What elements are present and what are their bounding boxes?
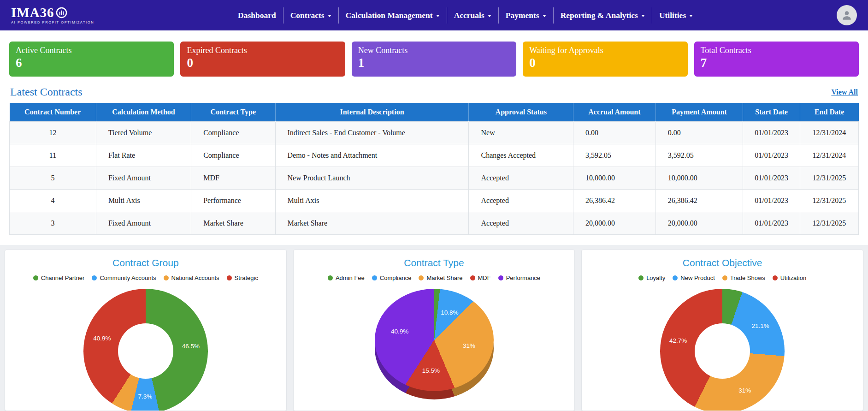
slice-label: 42.7% [669,337,687,344]
stat-card-waiting-for-approvals: Waiting for Approvals0 [523,42,687,77]
table-cell: 12/31/2025 [800,212,858,234]
legend-label: Admin Fee [336,274,365,281]
table-cell: Compliance [191,121,275,144]
nav-item-calculation-management[interactable]: Calculation Management [338,7,447,24]
table-row[interactable]: 11Flat RateComplianceDemo - Notes and At… [10,144,859,167]
table-cell: Multi Axis [275,189,469,212]
stats-row: Active Contracts6Expired Contracts0New C… [0,30,868,80]
legend-dot [33,275,38,280]
legend-item-new-product[interactable]: New Product [673,274,714,281]
table-cell: 4 [10,189,96,212]
table-row[interactable]: 12Tiered VolumeComplianceIndirect Sales … [10,121,859,144]
nav-item-reporting-analytics[interactable]: Reporting & Analytics [553,7,652,24]
legend-item-trade-shows[interactable]: Trade Shows [722,274,765,281]
legend-label: Compliance [380,274,412,281]
legend-item-performance[interactable]: Performance [498,274,540,281]
view-all-link[interactable]: View All [831,88,858,96]
table-cell: 0.00 [573,121,656,144]
stat-card-new-contracts: New Contracts1 [352,42,516,77]
stat-label: Total Contracts [701,46,852,55]
legend-item-national-accounts[interactable]: National Accounts [164,274,219,281]
legend-item-admin-fee[interactable]: Admin Fee [328,274,365,281]
legend-item-compliance[interactable]: Compliance [372,274,412,281]
legend-item-utilization[interactable]: Utilization [773,274,806,281]
table-cell: 12 [10,121,96,144]
table-row[interactable]: 5Fixed AmountMDFNew Product LaunchAccept… [10,167,859,189]
table-cell: 5 [10,167,96,189]
stat-value: 6 [16,57,167,69]
table-cell: 26,386.42 [573,189,656,212]
legend-item-mdf[interactable]: MDF [470,274,491,281]
table-cell: Fixed Amount [96,167,191,189]
brand-bar-chart-circle-icon [56,7,67,18]
chevron-down-icon [689,15,693,17]
table-cell: 01/01/2023 [743,189,800,212]
table-cell: Performance [191,189,275,212]
table-row[interactable]: 3Fixed AmountMarket ShareMarket ShareAcc… [10,212,859,234]
table-cell: Compliance [191,144,275,167]
table-row[interactable]: 4Multi AxisPerformanceMulti AxisAccepted… [10,189,859,212]
legend-item-community-accounts[interactable]: Community Accounts [92,274,156,281]
donut-hole [695,323,750,379]
contracts-table: Contract NumberCalculation MethodContrac… [9,103,859,235]
chevron-down-icon [328,15,331,17]
legend-item-channel-partner[interactable]: Channel Partner [33,274,85,281]
slice-label: 21.1% [751,322,769,329]
person-icon [841,9,853,21]
table-cell: 20,000.00 [655,212,743,234]
nav-item-dashboard[interactable]: Dashboard [231,7,283,24]
legend-dot [773,275,778,280]
nav-item-label: Accruals [454,11,484,20]
nav-item-label: Payments [506,11,539,20]
legend-label: Loyalty [646,274,665,281]
nav-item-label: Reporting & Analytics [561,11,638,20]
nav-item-utilities[interactable]: Utilities [652,7,700,24]
chart-card-contract-objective: Contract Objective LoyaltyNew ProductTra… [581,250,863,411]
brand-logo[interactable]: IMA36 AI POWERED PROFIT OPTIMIZATION [11,6,94,24]
legend-dot [498,275,503,280]
chart-canvas: 46.5%7.3%40.9% [83,289,208,411]
table-body: 12Tiered VolumeComplianceIndirect Sales … [10,121,859,234]
legend-dot [419,275,424,280]
legend-item-strategic[interactable]: Strategic [227,274,258,281]
nav-item-label: Contracts [290,11,325,20]
donut-hole [118,323,173,379]
table-cell: Flat Rate [96,144,191,167]
table-cell: New [469,121,573,144]
legend-item-loyalty[interactable]: Loyalty [638,274,665,281]
table-cell: 01/01/2023 [743,144,800,167]
legend-label: National Accounts [171,274,219,281]
column-header-end-date: End Date [800,103,858,121]
nav-menu: DashboardContractsCalculation Management… [231,7,700,24]
table-cell: Demo - Notes and Attachment [275,144,469,167]
slice-label: 46.5% [182,342,200,349]
column-header-internal-description: Internal Description [275,103,469,121]
table-cell: Market Share [191,212,275,234]
chevron-down-icon [436,15,440,17]
nav-item-accruals[interactable]: Accruals [447,7,498,24]
legend-label: MDF [478,274,491,281]
legend-dot [227,275,232,280]
legend-dot [372,275,377,280]
latest-contracts-header: Latest Contracts View All [0,80,868,103]
stat-label: Active Contracts [16,46,167,55]
slice-label: 15.5% [422,367,440,374]
table-cell: 12/31/2024 [800,144,858,167]
user-avatar[interactable] [837,5,857,25]
table-cell: Accepted [469,167,573,189]
legend-dot [638,275,644,280]
column-header-payment-amount: Payment Amount [655,103,743,121]
chart-title: Contract Type [294,257,575,268]
table-cell: 3,592.05 [573,144,656,167]
legend-item-market-share[interactable]: Market Share [419,274,462,281]
stat-label: New Contracts [358,46,510,55]
nav-item-payments[interactable]: Payments [498,7,553,24]
table-cell: 3 [10,212,96,234]
legend-dot [164,275,169,280]
chevron-down-icon [488,15,491,17]
table-cell: Fixed Amount [96,212,191,234]
slice-label: 31% [463,342,475,349]
nav-item-contracts[interactable]: Contracts [283,7,338,24]
table-cell: 12/31/2024 [800,121,858,144]
legend-label: Trade Shows [730,274,765,281]
